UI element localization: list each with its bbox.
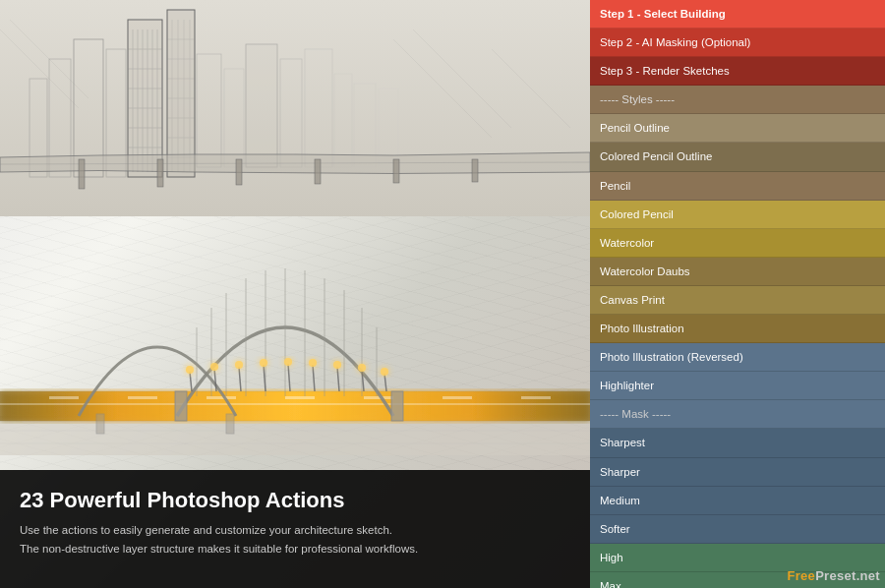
svg-rect-0 [0, 0, 590, 216]
svg-point-95 [381, 368, 388, 376]
city-skyline-svg [0, 0, 590, 216]
action-item-photo-illustration[interactable]: Photo Illustration [590, 315, 885, 343]
svg-rect-18 [167, 10, 195, 177]
action-item-step2[interactable]: Step 2 - AI Masking (Optional) [590, 29, 885, 57]
svg-point-93 [333, 361, 341, 369]
action-item-sharper[interactable]: Sharper [590, 458, 885, 487]
caption-title: 23 Powerful Photoshop Actions [20, 488, 570, 513]
svg-rect-39 [79, 159, 85, 189]
svg-point-88 [210, 363, 218, 371]
action-item-softer[interactable]: Softer [590, 515, 885, 544]
svg-line-78 [190, 372, 192, 391]
svg-line-83 [313, 365, 315, 391]
image-panel: 23 Powerful Photoshop Actions Use the ac… [0, 0, 590, 588]
svg-rect-44 [472, 159, 478, 182]
svg-point-92 [309, 359, 317, 367]
svg-rect-42 [315, 159, 321, 184]
svg-rect-40 [157, 159, 163, 187]
action-item-highlighter[interactable]: Highlighter [590, 372, 885, 400]
action-item-pencil-outline[interactable]: Pencil Outline [590, 114, 885, 143]
svg-rect-41 [236, 159, 242, 185]
bridge-svg [0, 200, 590, 495]
svg-rect-56 [49, 396, 79, 399]
svg-rect-60 [364, 396, 393, 399]
svg-rect-58 [206, 396, 236, 399]
caption-line2: The non-destructive layer structure make… [20, 540, 570, 558]
svg-rect-75 [391, 391, 403, 421]
action-item-medium[interactable]: Medium [590, 487, 885, 515]
actions-panel: Step 1 - Select BuildingStep 2 - AI Mask… [590, 0, 885, 588]
action-item-sharpest[interactable]: Sharpest [590, 429, 885, 457]
svg-rect-57 [128, 396, 157, 399]
svg-rect-74 [175, 391, 187, 421]
svg-rect-32 [246, 44, 277, 167]
action-item-canvas-print[interactable]: Canvas Print [590, 286, 885, 315]
svg-line-80 [239, 367, 241, 391]
svg-rect-61 [442, 396, 472, 399]
svg-point-90 [260, 359, 267, 367]
svg-point-91 [284, 358, 292, 366]
svg-rect-59 [285, 396, 315, 399]
action-item-watercolor[interactable]: Watercolor [590, 229, 885, 258]
svg-line-86 [384, 374, 386, 391]
svg-point-94 [358, 364, 366, 372]
svg-rect-55 [0, 403, 590, 405]
svg-rect-54 [0, 391, 590, 421]
svg-rect-77 [226, 414, 234, 434]
svg-point-87 [186, 366, 194, 374]
svg-line-82 [288, 364, 290, 391]
action-item-watercolor-daubs[interactable]: Watercolor Daubs [590, 258, 885, 286]
action-item-colored-pencil[interactable]: Colored Pencil [590, 201, 885, 229]
watermark-badge: FreePreset.net [787, 568, 880, 583]
svg-rect-76 [96, 414, 104, 434]
sketch-background: 23 Powerful Photoshop Actions Use the ac… [0, 0, 590, 588]
svg-rect-62 [521, 396, 551, 399]
svg-rect-50 [0, 416, 590, 455]
action-item-sep1[interactable]: ----- Styles ----- [590, 86, 885, 114]
action-item-sep2[interactable]: ----- Mask ----- [590, 400, 885, 429]
action-item-pencil[interactable]: Pencil [590, 172, 885, 201]
svg-line-84 [337, 367, 339, 391]
svg-rect-43 [393, 159, 399, 183]
action-item-photo-illustration-rev[interactable]: Photo Illustration (Reversed) [590, 343, 885, 372]
action-item-colored-pencil-outline[interactable]: Colored Pencil Outline [590, 143, 885, 171]
action-item-step1[interactable]: Step 1 - Select Building [590, 0, 885, 29]
svg-point-89 [235, 361, 243, 369]
caption-bar: 23 Powerful Photoshop Actions Use the ac… [0, 470, 590, 588]
caption-line1: Use the actions to easily generate and c… [20, 521, 570, 539]
action-item-step3[interactable]: Step 3 - Render Sketches [590, 57, 885, 86]
svg-line-79 [214, 369, 216, 391]
